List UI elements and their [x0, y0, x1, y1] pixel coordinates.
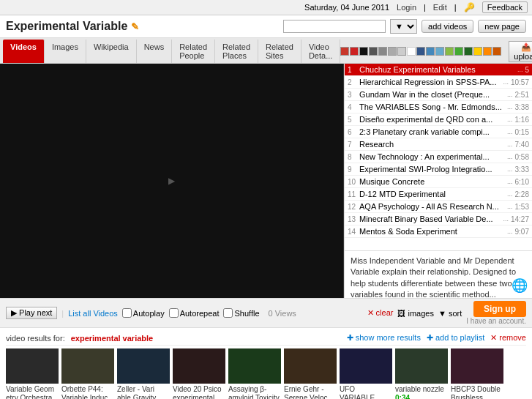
nav-tab-wikipedia[interactable]: Wikipedia — [86, 40, 137, 63]
thumbnail-item[interactable]: UFO VARIABLE ACTUA ANTE10:01 — [340, 348, 392, 399]
video-list-item[interactable]: 11D-12 MTD Experimental...2:28 — [345, 188, 532, 201]
bottom-controls-bar: ▶ Play next | List all Videos Autoplay A… — [0, 298, 532, 328]
swatch-gray2[interactable] — [378, 47, 387, 56]
swatch-red2[interactable] — [350, 47, 359, 56]
video-title: D-12 MTD Experimental — [359, 190, 505, 198]
swatch-black1[interactable] — [359, 47, 368, 56]
video-title: Chuchuz Experimental Variables — [359, 65, 515, 74]
autoplay-checkbox[interactable] — [122, 308, 132, 318]
swatch-yellow[interactable] — [473, 47, 482, 56]
video-dots: ... — [507, 91, 513, 98]
video-number: 10 — [348, 178, 359, 186]
video-list-item[interactable]: 9Experimental SWI-Prolog Integratio.....… — [345, 163, 532, 176]
thumbnail-label: HBCP3 Double Brushless — [451, 385, 503, 399]
video-list-item[interactable]: 1Chuchuz Experimental Variables...5 — [345, 64, 532, 76]
autoplay-label[interactable]: Autoplay — [122, 308, 165, 318]
signup-button[interactable]: Sign up — [473, 301, 526, 317]
video-title: Gundam War in the closet (Preque... — [359, 90, 505, 99]
list-all-link[interactable]: List all Videos — [68, 309, 118, 318]
swatch-green1[interactable] — [445, 47, 454, 56]
video-list-item[interactable]: 4The VARIABLES Song - Mr. Edmonds......3… — [345, 101, 532, 113]
clear-link[interactable]: ✕ clear — [367, 308, 394, 318]
feedback-button[interactable]: Feedback — [482, 1, 528, 13]
add-videos-button[interactable]: add videos — [422, 20, 473, 33]
nav-tab-related-people[interactable]: Related People — [172, 40, 215, 63]
video-title: 2:3 Planetary crank variable compi... — [359, 127, 505, 136]
search-dropdown[interactable]: ▼ — [390, 19, 417, 34]
video-title: Mentos & Soda Experiment — [359, 227, 505, 236]
swatch-orange2[interactable] — [492, 47, 501, 56]
thumbnail-item[interactable]: Zeller - Vari able Gravity3:54 — [117, 348, 170, 399]
video-number: 3 — [348, 91, 359, 99]
remove-button[interactable]: ✕ remove — [490, 333, 526, 343]
nav-tab-videos[interactable]: Videos — [3, 40, 45, 63]
thumbnail-item[interactable]: Variable Geom etry Orchestra7:18 — [6, 348, 59, 399]
thumbnail-item[interactable]: Ernie Gehr - Serene Veloc9:59 — [284, 348, 337, 399]
edit-link[interactable]: Edit — [433, 3, 447, 12]
thumbnails-row: Variable Geom etry Orchestra7:18Orbette … — [6, 346, 526, 399]
thumbnail-image — [173, 348, 225, 384]
results-label: video results for: — [6, 334, 65, 343]
swatch-white[interactable] — [407, 47, 416, 56]
show-more-button[interactable]: ✚ show more results — [347, 333, 421, 343]
thumbnail-image — [340, 348, 392, 384]
date-label: Saturday, 04 June 2011 — [304, 3, 389, 12]
swatch-blue2[interactable] — [426, 47, 435, 56]
account-text[interactable]: I have an account. — [466, 317, 526, 325]
search-input[interactable] — [283, 20, 386, 33]
thumbnail-item[interactable]: HBCP3 Double Brushless2:54 — [451, 348, 503, 399]
sort-link[interactable]: ▼ sort — [438, 309, 462, 318]
video-list-item[interactable]: 8New Technology : An experimental......0… — [345, 151, 532, 163]
nav-tab-video-deta...[interactable]: Video Deta... — [301, 40, 340, 63]
video-title: Experimental SWI-Prolog Integratio... — [359, 165, 505, 174]
images-link[interactable]: 🖼 images — [397, 309, 434, 318]
video-number: 6 — [348, 128, 359, 136]
swatch-orange1[interactable] — [483, 47, 492, 56]
swatch-gray3[interactable] — [388, 47, 397, 56]
thumbnail-label: Variable Geom etry Orchestra — [6, 385, 59, 399]
nav-tab-images[interactable]: Images — [45, 40, 86, 63]
video-list-item[interactable]: 10Musique Concrete...6:10 — [345, 176, 532, 188]
swatch-blue1[interactable] — [416, 47, 425, 56]
nav-tab-related-sites[interactable]: Related Sites — [258, 40, 301, 63]
swatch-gray1[interactable] — [369, 47, 378, 56]
autorepeat-checkbox[interactable] — [169, 308, 179, 318]
login-link[interactable]: Login — [397, 3, 416, 12]
autorepeat-label[interactable]: Autorepeat — [169, 308, 220, 318]
new-page-button[interactable]: new page — [478, 20, 526, 33]
video-title: AQA Psychology - All AS Research N... — [359, 202, 505, 211]
video-list-item[interactable]: 13Minecraft Binary Based Variable De....… — [345, 213, 532, 225]
video-list-item[interactable]: 12AQA Psychology - All AS Research N....… — [345, 201, 532, 213]
thumbnail-item[interactable]: variable nozzle0:34 — [395, 348, 448, 399]
video-list-item[interactable]: 7Research...7:40 — [345, 138, 532, 151]
swatch-green3[interactable] — [464, 47, 473, 56]
video-list-item[interactable]: 5Diseño experimental de QRD con a......1… — [345, 113, 532, 126]
video-duration: 14:27 — [511, 215, 529, 223]
play-next-button[interactable]: ▶ Play next — [6, 307, 57, 319]
thumbnail-item[interactable]: Orbette P44: Variable Induc9:59 — [61, 348, 114, 399]
shuffle-label[interactable]: Shuffle — [223, 308, 259, 318]
swatch-red1[interactable] — [340, 47, 349, 56]
video-dots: ... — [507, 103, 513, 111]
video-duration: 7:40 — [515, 141, 529, 149]
swatch-green2[interactable] — [454, 47, 463, 56]
swatch-blue3[interactable] — [435, 47, 444, 56]
video-title: Musique Concrete — [359, 177, 505, 186]
video-list-item[interactable]: 3Gundam War in the closet (Preque......2… — [345, 89, 532, 101]
video-duration: 3:38 — [515, 103, 529, 111]
upload-button[interactable]: 📤 upload — [509, 41, 532, 62]
swatch-gray4[interactable] — [397, 47, 406, 56]
video-title: The VARIABLES Song - Mr. Edmonds... — [359, 102, 505, 111]
thumbnail-image — [284, 348, 337, 384]
video-list-item[interactable]: 14Mentos & Soda Experiment...9:07 — [345, 225, 532, 238]
results-header: video results for: experimental variable… — [6, 331, 526, 346]
edit-icon[interactable]: ✎ — [131, 21, 139, 32]
add-playlist-button[interactable]: ✚ add to playlist — [427, 333, 484, 343]
shuffle-checkbox[interactable] — [223, 308, 233, 318]
video-list-item[interactable]: 62:3 Planetary crank variable compi.....… — [345, 126, 532, 138]
thumbnail-item[interactable]: Video 20 Psico experimental3:45 — [173, 348, 225, 399]
nav-tab-related-places[interactable]: Related Places — [215, 40, 258, 63]
nav-tab-news[interactable]: News — [137, 40, 173, 63]
video-list-item[interactable]: 2Hierarchical Regression in SPSS-PA.....… — [345, 76, 532, 89]
thumbnail-item[interactable]: Assaying β-amyloid Toxicity0:46 — [228, 348, 281, 399]
